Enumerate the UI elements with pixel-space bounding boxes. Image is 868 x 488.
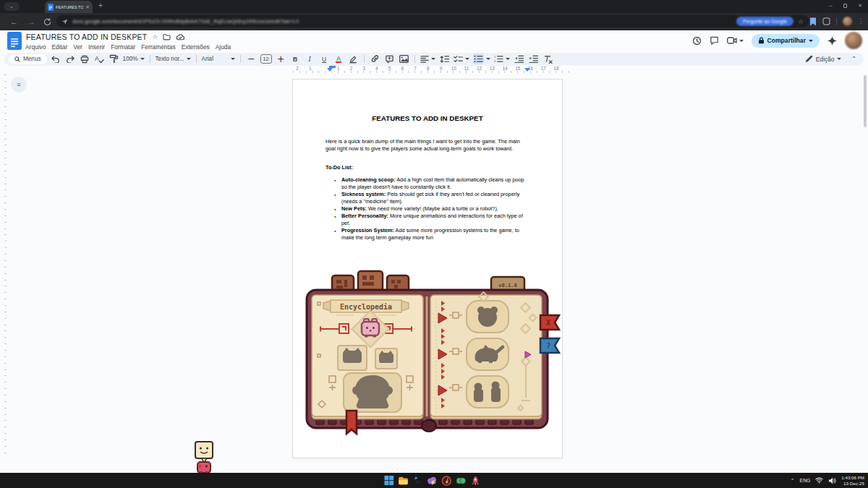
divider [836, 17, 837, 25]
file-explorer-icon[interactable] [397, 475, 409, 487]
meet-button[interactable] [727, 37, 744, 44]
pet-body[interactable] [197, 462, 210, 474]
line-spacing-button[interactable] [439, 53, 450, 64]
move-to-folder-icon[interactable] [163, 34, 171, 40]
ruler-number: 16 [528, 66, 533, 71]
deskpet-app-icon[interactable] [412, 475, 423, 487]
bulleted-list-button[interactable] [473, 53, 484, 64]
redo-button[interactable] [65, 53, 76, 64]
reload-button[interactable] [43, 18, 51, 26]
desktop: ⌄ FEATURES TO ADD IN DESKPET ✕ + ─ ✕ ← →… [0, 0, 868, 488]
rocket-app-icon[interactable] [469, 475, 481, 487]
clock[interactable]: 1:43:06 PM 13-Dec-25 [841, 475, 864, 485]
numbered-list-button[interactable]: 12 [494, 55, 510, 63]
editing-mode-select[interactable]: Edição [816, 56, 835, 63]
extensions-icon[interactable] [822, 17, 830, 25]
forward-button[interactable]: → [27, 17, 35, 26]
font-size-input[interactable]: 12 [260, 54, 272, 64]
language-indicator[interactable]: ENG [800, 478, 811, 483]
help-bookmark[interactable]: ? [540, 338, 559, 353]
menu-ferramentas[interactable]: Ferramentas [141, 43, 175, 51]
version-history-icon[interactable] [692, 36, 702, 46]
close-bookmark[interactable]: X [540, 315, 559, 330]
hide-menus-chevron[interactable]: ⌃ [851, 56, 856, 62]
document-title[interactable]: FEATURES TO ADD IN DESKPET [26, 33, 147, 41]
browser-tab[interactable]: FEATURES TO ADD IN DESKPET ✕ [45, 1, 93, 13]
font-select[interactable]: Arial [202, 56, 235, 62]
menu-arquivo[interactable]: Arquivo [25, 43, 46, 51]
cloud-status-icon[interactable] [176, 34, 184, 40]
align-button[interactable] [420, 55, 435, 64]
insert-link-button[interactable] [370, 53, 380, 64]
menu-formatar[interactable]: Formatar [111, 43, 135, 51]
menu-ver[interactable]: Ver [73, 43, 82, 51]
text-color-button[interactable]: A [333, 53, 344, 64]
wifi-icon[interactable] [815, 477, 823, 484]
menu-extensoes[interactable]: Extensões [182, 43, 210, 51]
gemini-icon[interactable] [827, 36, 837, 46]
italic-button[interactable]: I [305, 53, 315, 64]
back-button[interactable]: ← [10, 17, 18, 26]
increase-indent-button[interactable] [528, 53, 539, 64]
ruler-number: 14 [503, 66, 508, 71]
highlight-color-button[interactable] [348, 53, 359, 64]
share-caret-icon[interactable] [809, 40, 813, 44]
tab-title: FEATURES TO ADD IN DESKPET [56, 5, 83, 9]
window-maximize-button[interactable] [843, 4, 848, 8]
zoom-select[interactable]: 100% [123, 56, 145, 62]
add-comment-button[interactable] [384, 53, 395, 64]
address-bar[interactable]: docs.google.com/document/d/1PScOl-O09hvB… [56, 15, 809, 27]
show-outline-button[interactable]: ≡ [11, 77, 27, 93]
left-indent-marker[interactable] [327, 68, 333, 72]
insert-image-button[interactable] [399, 53, 409, 64]
music-app-icon[interactable] [441, 475, 452, 487]
tray-expand-chevron[interactable]: ⌃ [791, 478, 795, 484]
menus-search-button[interactable]: Menus [9, 54, 47, 64]
bookmark-star-icon[interactable]: ☆ [798, 18, 804, 25]
tab-close-icon[interactable]: ✕ [85, 4, 90, 9]
underline-button[interactable]: U [319, 53, 330, 64]
clear-formatting-button[interactable] [542, 53, 553, 64]
share-button[interactable]: Compartilhar [752, 34, 820, 48]
browser-menu-icon[interactable]: ⋮ [858, 20, 864, 23]
paint-format-button[interactable] [109, 53, 119, 64]
comments-icon[interactable] [710, 36, 719, 45]
bulleted-list-caret[interactable] [486, 58, 490, 62]
storm-app-icon[interactable] [426, 475, 438, 487]
todo-item: Auto-cleaning scoop: Add a high cost ite… [341, 176, 529, 191]
checklist-button[interactable] [454, 55, 469, 63]
bold-button[interactable]: B [290, 53, 301, 64]
undo-button[interactable] [51, 53, 61, 64]
spellcheck-button[interactable]: A [94, 53, 105, 64]
window-minimize-button[interactable]: ─ [829, 4, 833, 9]
brain-app-icon[interactable] [455, 475, 467, 487]
menu-inserir[interactable]: Inserir [88, 43, 105, 51]
ruler-number: 12 [477, 66, 482, 71]
account-avatar[interactable] [845, 32, 862, 49]
print-button[interactable] [80, 53, 90, 64]
star-document-icon[interactable]: ☆ [152, 33, 158, 40]
menu-editar[interactable]: Editar [51, 43, 67, 51]
document-image[interactable]: v0.1.0 Encyclope [305, 267, 562, 441]
menu-ajuda[interactable]: Ajuda [216, 43, 231, 51]
share-url-icon[interactable] [61, 18, 68, 25]
new-tab-button[interactable]: + [98, 2, 103, 9]
horizontal-ruler[interactable]: 21123456789101112131415161718 [293, 66, 575, 74]
ask-google-button[interactable]: Pergunte ao Google [736, 17, 793, 26]
increase-font-button[interactable]: + [276, 53, 286, 64]
scrollbar-thumb[interactable] [864, 75, 867, 127]
volume-icon[interactable] [828, 477, 836, 484]
window-close-button[interactable]: ✕ [858, 3, 862, 9]
paragraph-style-select[interactable]: Texto nor... [156, 56, 191, 62]
document-page[interactable]: FEATURES TO ADD IN DESKPET Here is a qui… [293, 80, 562, 458]
browser-profile-avatar[interactable] [843, 17, 852, 26]
decrease-indent-button[interactable] [514, 53, 524, 64]
docs-app-icon[interactable] [7, 32, 22, 50]
tab-search-button[interactable]: ⌄ [4, 2, 20, 11]
saved-bookmark-icon[interactable] [809, 17, 817, 26]
desktop-pet[interactable] [192, 440, 217, 474]
ruler-number: 17 [541, 66, 546, 71]
taskbar: ⌃ ENG 1:43:06 PM 13-Dec-25 [0, 473, 868, 488]
decrease-font-button[interactable]: − [246, 53, 257, 64]
start-button[interactable] [383, 475, 394, 487]
